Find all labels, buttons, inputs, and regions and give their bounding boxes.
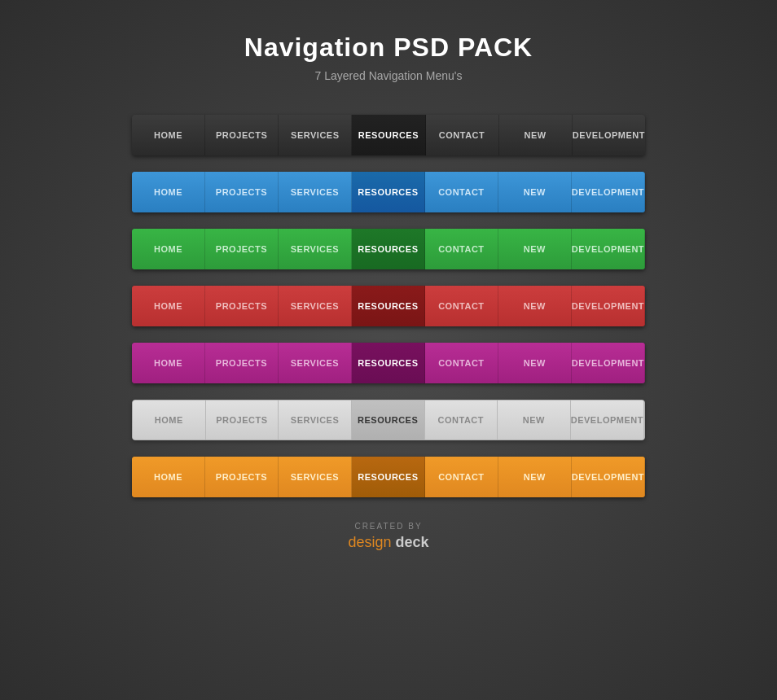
nav-item-services[interactable]: SERVICES: [279, 229, 352, 269]
nav-item-contact[interactable]: CONTACT: [425, 343, 498, 383]
nav-item-services[interactable]: SERVICES: [279, 400, 352, 440]
nav-item-new[interactable]: NEW: [498, 172, 572, 212]
nav-item-services[interactable]: SERVICES: [279, 457, 352, 497]
nav-item-home[interactable]: HOME: [133, 400, 206, 440]
nav-bar-purple: HOMEPROJECTSSERVICESRESOURCESCONTACTNEWD…: [132, 343, 645, 383]
footer-design: design: [348, 534, 391, 550]
page-title: Navigation PSD PACK: [244, 33, 533, 63]
nav-item-new[interactable]: NEW: [498, 229, 572, 269]
nav-item-services[interactable]: SERVICES: [279, 343, 352, 383]
nav-item-home[interactable]: HOME: [132, 286, 205, 326]
nav-item-development[interactable]: DEVELOPMENT: [572, 343, 645, 383]
nav-item-home[interactable]: HOME: [132, 457, 205, 497]
nav-bar-green: HOMEPROJECTSSERVICESRESOURCESCONTACTNEWD…: [132, 229, 645, 269]
nav-item-new[interactable]: NEW: [499, 115, 573, 155]
nav-bar-light: HOMEPROJECTSSERVICESRESOURCESCONTACTNEWD…: [132, 400, 645, 440]
nav-item-projects[interactable]: PROJECTS: [205, 172, 279, 212]
nav-item-resources[interactable]: RESOURCES: [352, 286, 425, 326]
nav-item-services[interactable]: SERVICES: [279, 115, 352, 155]
nav-item-projects[interactable]: PROJECTS: [205, 286, 279, 326]
footer: CREATED BY design deck: [348, 522, 428, 551]
nav-bar-red: HOMEPROJECTSSERVICESRESOURCESCONTACTNEWD…: [132, 286, 645, 326]
nav-item-projects[interactable]: PROJECTS: [205, 343, 279, 383]
nav-item-services[interactable]: SERVICES: [279, 172, 352, 212]
footer-deck: deck: [396, 534, 429, 550]
nav-item-development[interactable]: DEVELOPMENT: [572, 172, 645, 212]
nav-item-resources[interactable]: RESOURCES: [352, 400, 425, 440]
nav-item-contact[interactable]: CONTACT: [426, 115, 499, 155]
nav-item-services[interactable]: SERVICES: [279, 286, 352, 326]
nav-item-projects[interactable]: PROJECTS: [205, 115, 279, 155]
nav-item-contact[interactable]: CONTACT: [425, 400, 498, 440]
page-subtitle: 7 Layered Navigation Menu's: [315, 69, 463, 82]
nav-item-projects[interactable]: PROJECTS: [205, 457, 279, 497]
nav-item-home[interactable]: HOME: [132, 172, 205, 212]
nav-bar-orange: HOMEPROJECTSSERVICESRESOURCESCONTACTNEWD…: [132, 457, 645, 497]
nav-item-development[interactable]: DEVELOPMENT: [571, 400, 644, 440]
nav-item-projects[interactable]: PROJECTS: [205, 229, 279, 269]
nav-item-resources[interactable]: RESOURCES: [352, 457, 425, 497]
nav-item-resources[interactable]: RESOURCES: [352, 115, 425, 155]
nav-item-projects[interactable]: PROJECTS: [206, 400, 279, 440]
nav-item-contact[interactable]: CONTACT: [425, 229, 498, 269]
nav-item-contact[interactable]: CONTACT: [425, 172, 498, 212]
nav-item-home[interactable]: HOME: [132, 115, 205, 155]
nav-bar-blue: HOMEPROJECTSSERVICESRESOURCESCONTACTNEWD…: [132, 172, 645, 212]
nav-item-contact[interactable]: CONTACT: [425, 457, 498, 497]
nav-bar-dark: HOMEPROJECTSSERVICESRESOURCESCONTACTNEWD…: [132, 115, 645, 155]
nav-item-new[interactable]: NEW: [498, 343, 572, 383]
footer-created-by: CREATED BY: [348, 522, 428, 531]
nav-item-development[interactable]: DEVELOPMENT: [572, 229, 645, 269]
nav-item-resources[interactable]: RESOURCES: [352, 343, 425, 383]
nav-item-new[interactable]: NEW: [498, 400, 571, 440]
nav-item-resources[interactable]: RESOURCES: [352, 172, 425, 212]
nav-item-contact[interactable]: CONTACT: [425, 286, 498, 326]
nav-item-new[interactable]: NEW: [498, 457, 572, 497]
nav-item-development[interactable]: DEVELOPMENT: [573, 115, 645, 155]
nav-item-home[interactable]: HOME: [132, 343, 205, 383]
nav-item-home[interactable]: HOME: [132, 229, 205, 269]
nav-wrapper: HOMEPROJECTSSERVICESRESOURCESCONTACTNEWD…: [132, 115, 645, 497]
footer-brand: design deck: [348, 534, 428, 551]
nav-item-development[interactable]: DEVELOPMENT: [572, 457, 645, 497]
nav-item-resources[interactable]: RESOURCES: [352, 229, 425, 269]
nav-item-new[interactable]: NEW: [498, 286, 572, 326]
nav-item-development[interactable]: DEVELOPMENT: [572, 286, 645, 326]
